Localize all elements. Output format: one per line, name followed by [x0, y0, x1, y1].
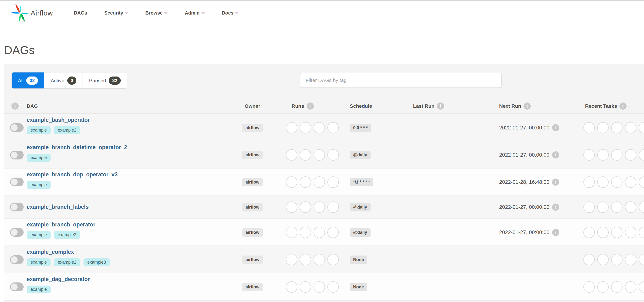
run-status-circle[interactable]: [314, 201, 325, 213]
recent-task-circle[interactable]: [625, 149, 636, 161]
run-status-circle[interactable]: [327, 122, 339, 133]
dag-name-link[interactable]: example_branch_dop_operator_v3: [27, 171, 118, 178]
dag-name-link[interactable]: example_branch_operator: [27, 221, 96, 228]
column-header-schedule[interactable]: Schedule: [350, 103, 372, 109]
dag-name-link[interactable]: example_complex: [27, 249, 74, 255]
nav-item-security[interactable]: Security: [104, 10, 128, 16]
dag-tag[interactable]: example: [27, 258, 50, 266]
run-status-circle[interactable]: [314, 254, 325, 265]
run-status-circle[interactable]: [286, 149, 297, 161]
recent-task-circle[interactable]: [611, 281, 622, 293]
run-status-circle[interactable]: [286, 227, 297, 238]
tab-paused[interactable]: Paused32: [83, 72, 127, 88]
nav-item-dags[interactable]: DAGs: [74, 10, 87, 16]
run-status-circle[interactable]: [286, 281, 297, 293]
run-status-circle[interactable]: [327, 176, 339, 188]
dag-tag[interactable]: example: [27, 154, 50, 162]
info-icon[interactable]: i: [552, 179, 559, 186]
run-status-circle[interactable]: [314, 149, 325, 161]
run-status-circle[interactable]: [300, 281, 311, 293]
dag-tag[interactable]: example2: [54, 231, 80, 239]
column-header-owner[interactable]: Owner: [244, 103, 260, 109]
run-status-circle[interactable]: [300, 149, 311, 161]
recent-task-circle[interactable]: [639, 281, 644, 293]
dag-tag[interactable]: example2: [54, 126, 80, 134]
dag-pause-toggle[interactable]: [10, 228, 24, 237]
dag-pause-toggle[interactable]: [10, 255, 24, 264]
info-icon[interactable]: i: [552, 124, 559, 131]
run-status-circle[interactable]: [286, 201, 297, 213]
run-status-circle[interactable]: [314, 227, 325, 238]
airflow-brand[interactable]: Airflow: [11, 4, 53, 22]
recent-task-circle[interactable]: [597, 122, 609, 133]
dag-tag[interactable]: example: [27, 286, 50, 294]
info-icon[interactable]: i: [552, 204, 559, 211]
info-icon[interactable]: i: [620, 102, 626, 110]
filter-dags-by-tag-input[interactable]: [300, 73, 502, 88]
schedule-badge[interactable]: @daily: [350, 203, 370, 211]
dag-name-link[interactable]: example_branch_datetime_operator_2: [27, 144, 127, 151]
info-icon[interactable]: i: [12, 102, 18, 110]
recent-task-circle[interactable]: [597, 254, 609, 265]
schedule-badge[interactable]: */1 * * * *: [350, 178, 373, 186]
recent-task-circle[interactable]: [639, 122, 644, 133]
run-status-circle[interactable]: [286, 176, 297, 188]
run-status-circle[interactable]: [286, 122, 297, 133]
tab-all[interactable]: All32: [12, 72, 44, 88]
run-status-circle[interactable]: [286, 254, 297, 265]
owner-badge[interactable]: airflow: [242, 228, 263, 237]
run-status-circle[interactable]: [327, 254, 339, 265]
info-icon[interactable]: i: [552, 151, 559, 159]
column-header-recent-tasks[interactable]: Recent Tasks i: [585, 102, 626, 110]
owner-badge[interactable]: airflow: [242, 151, 263, 159]
run-status-circle[interactable]: [327, 281, 339, 293]
dag-pause-toggle[interactable]: [10, 178, 24, 186]
nav-item-admin[interactable]: Admin: [185, 10, 204, 16]
run-status-circle[interactable]: [327, 227, 339, 238]
schedule-badge[interactable]: None: [350, 283, 367, 291]
owner-badge[interactable]: airflow: [242, 178, 263, 186]
recent-task-circle[interactable]: [584, 227, 595, 238]
tab-active[interactable]: Active0: [44, 72, 83, 88]
recent-task-circle[interactable]: [597, 227, 609, 238]
recent-task-circle[interactable]: [611, 122, 622, 133]
recent-task-circle[interactable]: [625, 201, 636, 213]
recent-task-circle[interactable]: [625, 176, 636, 188]
column-header-next-run[interactable]: Next Run i: [499, 102, 531, 110]
dag-name-link[interactable]: example_bash_operator: [27, 117, 90, 123]
recent-task-circle[interactable]: [639, 201, 644, 213]
schedule-badge[interactable]: @daily: [350, 151, 370, 159]
dag-pause-toggle[interactable]: [10, 283, 24, 291]
info-icon[interactable]: i: [306, 102, 314, 110]
run-status-circle[interactable]: [327, 149, 339, 161]
owner-badge[interactable]: airflow: [242, 203, 263, 211]
recent-task-circle[interactable]: [639, 176, 644, 188]
recent-task-circle[interactable]: [584, 149, 595, 161]
recent-task-circle[interactable]: [639, 254, 644, 265]
dag-tag[interactable]: example2: [54, 258, 80, 266]
recent-task-circle[interactable]: [611, 254, 622, 265]
dag-pause-toggle[interactable]: [10, 151, 24, 159]
recent-task-circle[interactable]: [625, 254, 636, 265]
run-status-circle[interactable]: [327, 201, 339, 213]
nav-item-docs[interactable]: Docs: [222, 10, 238, 16]
recent-task-circle[interactable]: [611, 176, 622, 188]
schedule-badge[interactable]: None: [350, 256, 367, 264]
recent-task-circle[interactable]: [625, 122, 636, 133]
recent-task-circle[interactable]: [639, 227, 644, 238]
owner-badge[interactable]: airflow: [242, 124, 263, 132]
dag-tag[interactable]: example: [27, 181, 50, 189]
run-status-circle[interactable]: [300, 201, 311, 213]
column-header-last-run[interactable]: Last Run i: [413, 102, 444, 110]
dag-pause-toggle[interactable]: [10, 203, 24, 211]
dag-name-link[interactable]: example_dag_decorator: [27, 276, 90, 283]
recent-task-circle[interactable]: [611, 227, 622, 238]
recent-task-circle[interactable]: [584, 201, 595, 213]
dag-tag[interactable]: example: [27, 231, 50, 239]
recent-task-circle[interactable]: [584, 281, 595, 293]
dag-tag[interactable]: example: [27, 126, 50, 134]
recent-task-circle[interactable]: [625, 281, 636, 293]
run-status-circle[interactable]: [300, 176, 311, 188]
run-status-circle[interactable]: [314, 122, 325, 133]
recent-task-circle[interactable]: [597, 281, 609, 293]
